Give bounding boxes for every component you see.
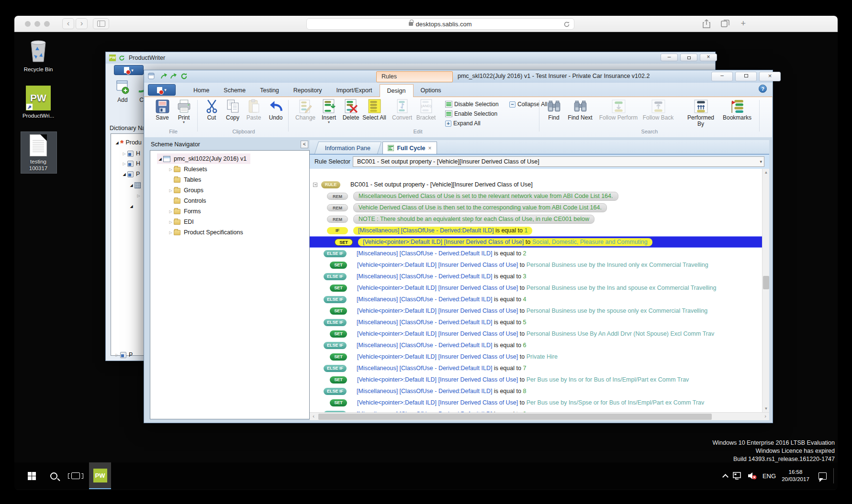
disable-selection-button[interactable]: Disable Selection [445, 101, 499, 108]
collapse-panel-button[interactable]: < [301, 141, 308, 148]
desktop-icon-productwriter[interactable]: PW↗ ProductWri... [15, 86, 61, 119]
ribbon-tab-import-export[interactable]: Import/Export [329, 85, 380, 97]
rule-row-rem[interactable]: REMNOTE : There should be an equivalent … [310, 213, 763, 225]
convert-button[interactable]: Convert [392, 99, 413, 121]
ribbon-tab-design[interactable]: Design [380, 84, 414, 97]
tree-expander-icon[interactable]: ▷ [121, 162, 127, 166]
vertical-scroll-thumb[interactable] [763, 276, 769, 289]
jump-forward-icon[interactable] [170, 73, 177, 80]
dictionary-tree-item[interactable]: ▷P [114, 350, 133, 360]
desktop-icon-testing[interactable]: testing 100317 [15, 134, 61, 172]
rule-row-set[interactable]: SET[Vehicle<pointer>:Default ILD] [Insur… [310, 305, 763, 317]
rule-row-elseif[interactable]: ELSE IF[Miscellaneous] [ClassOfUse - Der… [310, 340, 763, 351]
rules-titlebar[interactable]: Rules pmc_skl1022(July 2016) v1 - Test I… [144, 70, 773, 83]
rules-maximize-button[interactable] [735, 72, 757, 81]
scheme-tree-item[interactable]: ▷Product Specifications [168, 227, 243, 238]
scheme-tree-root[interactable]: ◢pmc_skl1022(July 2016) v1 [157, 153, 250, 164]
find-next-button[interactable]: Find Next [566, 99, 594, 121]
rule-row-elseif[interactable]: ELSE IF[Miscellaneous] [ClassOfUse - Der… [310, 248, 763, 259]
back-button[interactable]: ‹ [62, 18, 74, 29]
rule-row-elseif[interactable]: ELSE IF[Miscellaneous] [ClassOfUse - Der… [310, 362, 763, 374]
pw-app-menu-button[interactable]: ▾ [114, 65, 144, 75]
tray-overflow-button[interactable] [719, 462, 731, 489]
task-view-button[interactable] [65, 462, 86, 489]
paste-button[interactable]: Paste [243, 99, 264, 121]
tree-expander-icon[interactable]: ▷ [168, 230, 174, 235]
rule-row-set[interactable]: SET[Vehicle<pointer>:Default ILD] [Insur… [310, 259, 763, 271]
insert-button[interactable]: Insert ▾ [318, 99, 339, 124]
ribbon-tab-home[interactable]: Home [186, 85, 216, 97]
tab-overview-icon[interactable] [720, 19, 730, 28]
pw-close-button[interactable]: × [700, 54, 717, 61]
dictionary-tree-item[interactable]: ◢ [128, 180, 143, 190]
find-button[interactable]: Find [543, 99, 564, 121]
scheme-tree-item[interactable]: ▷Forms [168, 206, 201, 217]
rule-row-rem[interactable]: REMVehicle Derived Class of Use is then … [310, 202, 763, 213]
rules-close-button[interactable]: × [759, 72, 781, 81]
rule-row-elseif[interactable]: ELSE IF[Miscellaneous] [ClassOfUse - Der… [310, 271, 763, 282]
rule-row-elseif[interactable]: ELSE IF[Miscellaneous] [ClassOfUse - Der… [310, 385, 763, 397]
dictionary-tree-item[interactable]: ▷ [135, 191, 142, 200]
expand-all-button[interactable]: + Expand All [445, 120, 481, 127]
tree-expander-icon[interactable]: ◢ [121, 172, 127, 176]
save-button[interactable]: Save [152, 99, 173, 121]
rule-row-rem[interactable]: REMMiscellaneous Derived Class of Use is… [310, 190, 763, 202]
scroll-up-icon[interactable]: ▲ [762, 169, 770, 176]
action-center-button[interactable] [815, 462, 830, 489]
rule-row-elseif[interactable]: ELSE IF[Miscellaneous] [ClassOfUse - Der… [310, 408, 763, 412]
scheme-tree-item[interactable]: Tables [168, 175, 201, 185]
scroll-down-icon[interactable]: ▼ [762, 405, 770, 412]
tree-expander-icon[interactable]: ▷ [168, 209, 174, 214]
traffic-light-close[interactable] [25, 21, 31, 27]
dictionary-tree-item[interactable]: ◢*Produ [114, 138, 142, 147]
network-tray-icon[interactable] [730, 462, 745, 489]
rule-row-elseif[interactable]: ELSE IF[Miscellaneous] [ClassOfUse - Der… [310, 294, 763, 305]
tree-expander-icon[interactable]: ◢ [114, 141, 120, 145]
scroll-left-icon[interactable]: ‹ [310, 413, 317, 421]
pw-add-button[interactable]: Add [112, 79, 133, 103]
change-button[interactable]: Change [295, 99, 316, 121]
copy-button[interactable]: Copy [222, 99, 243, 121]
rules-app-menu-button[interactable]: ▾ [148, 84, 176, 96]
new-tab-button[interactable]: + [740, 19, 746, 28]
performed-by-button[interactable]: Performed By [684, 99, 718, 127]
forward-button[interactable]: › [76, 18, 88, 29]
follow-perform-button[interactable]: Follow Perform [598, 99, 639, 121]
scroll-right-icon[interactable]: › [762, 413, 769, 421]
desktop-icon-recycle-bin[interactable]: Recycle Bin [15, 38, 61, 73]
scheme-tree-item[interactable]: ▷Rulesets [168, 164, 207, 175]
follow-back-button[interactable]: Follow Back [641, 99, 675, 121]
undo-button[interactable]: Undo [265, 99, 286, 121]
taskbar-clock[interactable]: 16:58 20/03/2017 [778, 462, 813, 489]
productwriter-titlebar[interactable]: PW ProductWriter [106, 52, 715, 64]
sidebar-toggle-button[interactable] [93, 18, 109, 29]
rule-row-if[interactable]: IF[Miscellaneous] [ClassOfUse - Derived:… [310, 225, 763, 236]
tree-expander-icon[interactable]: ▷ [168, 167, 174, 172]
tree-expander-icon[interactable]: ▷ [135, 194, 142, 198]
rule-row-rule[interactable]: RULEBC001 - Set output property - [Vehic… [310, 179, 763, 190]
bracket-button[interactable]: (AND) Bracket [415, 99, 437, 121]
dictionary-tree-item[interactable]: ◢P [121, 169, 140, 179]
bookmarks-button[interactable]: Bookmarks [722, 99, 752, 121]
ribbon-tab-options[interactable]: Options [414, 85, 448, 97]
horizontal-scroll-thumb[interactable] [318, 414, 712, 420]
rule-row-set[interactable]: SET[Vehicle<pointer>:Default ILD] [Insur… [310, 351, 763, 362]
tree-expander-icon[interactable]: ▷ [114, 353, 120, 357]
taskbar-app-productwriter[interactable]: PW [89, 462, 111, 489]
dictionary-tree-item[interactable]: ▷H [121, 149, 140, 158]
pw-maximize-button[interactable] [680, 54, 697, 61]
ribbon-tab-scheme[interactable]: Scheme [216, 85, 253, 97]
ribbon-tab-testing[interactable]: Testing [253, 85, 286, 97]
vertical-scrollbar[interactable]: ▲ ▼ [762, 169, 769, 412]
delete-button[interactable]: Delete [340, 99, 361, 121]
rule-row-elseif[interactable]: ELSE IF[Miscellaneous] [ClassOfUse - Der… [310, 317, 763, 328]
tree-expander-icon[interactable]: ▷ [168, 188, 174, 193]
tree-expander-icon[interactable]: ▷ [121, 152, 127, 156]
scheme-tree-item[interactable]: Controls [168, 196, 206, 206]
rule-row-set[interactable]: SET[Vehicle<pointer>:Default ILD] [Insur… [310, 397, 763, 408]
volume-tray-icon[interactable] [745, 462, 759, 489]
ribbon-tab-repository[interactable]: Repository [286, 85, 329, 97]
scheme-tree-item[interactable]: ▷Groups [168, 185, 203, 196]
rule-row-set[interactable]: SET[Vehicle<pointer>:Default ILD] [Insur… [310, 282, 763, 294]
rule-row-set[interactable]: SET[Vehicle<pointer>:Default ILD] [Insur… [310, 328, 763, 340]
